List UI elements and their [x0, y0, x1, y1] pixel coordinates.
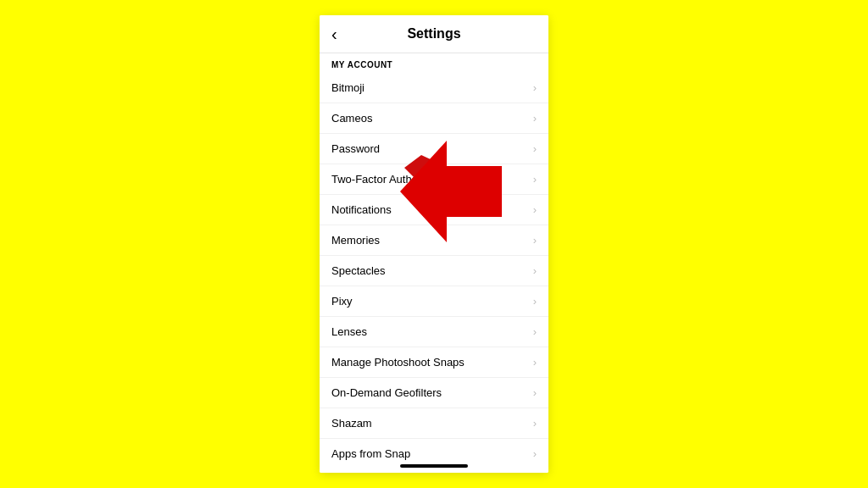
menu-item-shazam[interactable]: Shazam ›: [320, 408, 548, 439]
menu-item-spectacles[interactable]: Spectacles ›: [320, 256, 548, 286]
menu-item-memories[interactable]: Memories ›: [320, 225, 548, 256]
chevron-lenses: ›: [533, 325, 537, 338]
chevron-pixy: ›: [533, 295, 537, 308]
phone-container: ‹ Settings MY ACCOUNT Bitmoji › Cameos ›…: [320, 15, 548, 473]
menu-item-pixy[interactable]: Pixy ›: [320, 286, 548, 317]
menu-label-shazam: Shazam: [331, 417, 372, 430]
menu-item-lenses[interactable]: Lenses ›: [320, 317, 548, 347]
menu-item-bitmoji[interactable]: Bitmoji ›: [320, 73, 548, 103]
menu-label-lenses: Lenses: [331, 325, 367, 338]
chevron-shazam: ›: [533, 417, 537, 430]
header: ‹ Settings: [320, 15, 548, 53]
menu-item-apps-from-snap[interactable]: Apps from Snap ›: [320, 439, 548, 461]
chevron-memories: ›: [533, 234, 537, 247]
chevron-manage-photoshoot: ›: [533, 356, 537, 369]
chevron-password: ›: [533, 142, 537, 155]
menu-label-pixy: Pixy: [331, 295, 353, 308]
menu-item-manage-photoshoot[interactable]: Manage Photoshoot Snaps ›: [320, 347, 548, 378]
chevron-spectacles: ›: [533, 264, 537, 277]
home-indicator: [400, 464, 468, 468]
menu-label-manage-photoshoot: Manage Photoshoot Snaps: [331, 356, 465, 369]
content-scroll[interactable]: MY ACCOUNT Bitmoji › Cameos › Password ›…: [320, 53, 548, 461]
menu-item-cameos[interactable]: Cameos ›: [320, 103, 548, 134]
header-title: Settings: [407, 26, 460, 42]
menu-item-two-factor[interactable]: Two-Factor Authentication ›: [320, 164, 548, 195]
menu-item-on-demand[interactable]: On-Demand Geofilters ›: [320, 378, 548, 408]
page-wrapper: ‹ Settings MY ACCOUNT Bitmoji › Cameos ›…: [0, 0, 868, 488]
chevron-bitmoji: ›: [533, 81, 537, 94]
menu-label-apps-from-snap: Apps from Snap: [331, 447, 410, 460]
menu-label-password: Password: [331, 142, 380, 155]
menu-label-notifications: Notifications: [331, 203, 392, 216]
chevron-on-demand: ›: [533, 386, 537, 399]
back-button[interactable]: ‹: [331, 25, 337, 44]
chevron-apps-from-snap: ›: [533, 447, 537, 460]
menu-label-two-factor: Two-Factor Authentication: [331, 173, 459, 186]
menu-label-on-demand: On-Demand Geofilters: [331, 386, 442, 399]
bottom-indicator-bar: [320, 461, 548, 473]
chevron-notifications: ›: [533, 203, 537, 216]
menu-label-cameos: Cameos: [331, 112, 372, 125]
menu-item-password[interactable]: Password ›: [320, 134, 548, 164]
menu-item-notifications[interactable]: Notifications ›: [320, 195, 548, 225]
section-header-my-account: MY ACCOUNT: [320, 53, 548, 73]
menu-label-spectacles: Spectacles: [331, 264, 386, 277]
menu-label-memories: Memories: [331, 234, 380, 247]
chevron-cameos: ›: [533, 112, 537, 125]
chevron-two-factor: ›: [533, 173, 537, 186]
menu-label-bitmoji: Bitmoji: [331, 81, 364, 94]
